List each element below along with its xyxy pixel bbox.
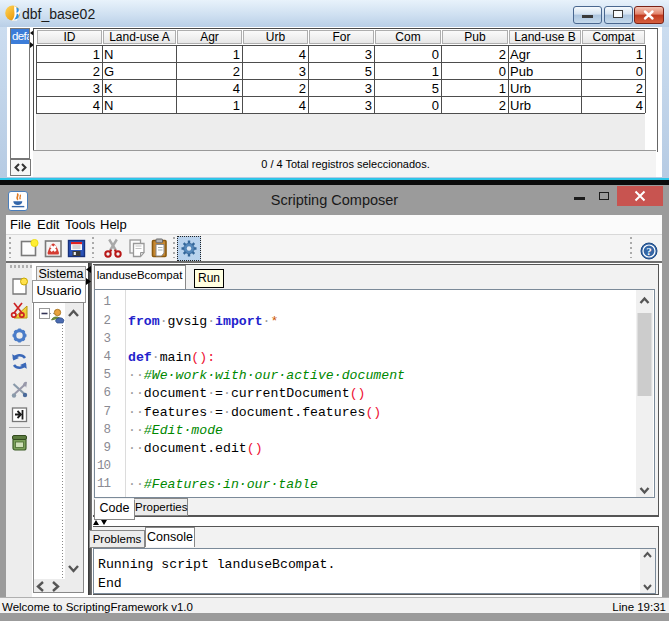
svg-text:?: ? xyxy=(646,245,652,257)
